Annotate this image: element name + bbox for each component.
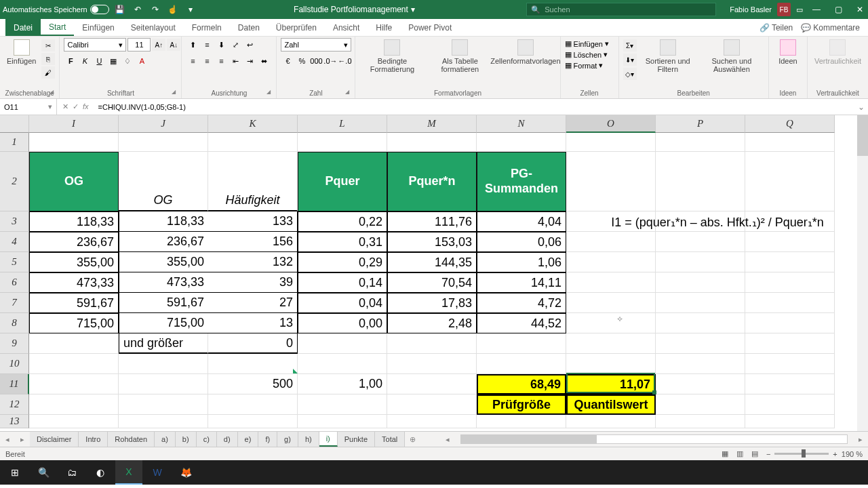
cell-O7[interactable] — [566, 293, 656, 313]
cell-K13[interactable] — [208, 415, 298, 428]
format-cells-button[interactable]: ▦ Format ▾ — [565, 61, 609, 70]
cell-J10[interactable] — [119, 354, 208, 374]
cell-N3[interactable]: 4,04 — [477, 211, 566, 232]
app-icon[interactable]: 🗂 — [58, 460, 85, 485]
cell-I3[interactable]: 118,33 — [29, 211, 119, 232]
dialog-launcher-icon[interactable]: ◢ — [50, 89, 58, 97]
cell-N9[interactable] — [477, 333, 566, 354]
cell-Q1[interactable] — [745, 133, 835, 152]
ribbon-mode-icon[interactable]: ▭ — [796, 5, 803, 14]
cell-J2[interactable]: OG — [119, 152, 208, 211]
cell-M10[interactable] — [387, 354, 477, 374]
cell-N5[interactable]: 1,06 — [477, 252, 566, 272]
cell-Q4[interactable] — [745, 232, 835, 252]
row-header-5[interactable]: 5 — [0, 252, 29, 272]
sheet-tab[interactable]: f) — [258, 432, 277, 447]
cell-I11[interactable] — [29, 374, 119, 394]
zoom-slider[interactable] — [774, 453, 829, 455]
insert-cells-button[interactable]: ▦ Einfügen ▾ — [565, 39, 609, 48]
align-mid-icon[interactable]: ≡ — [200, 38, 214, 52]
user-badge[interactable]: FB — [777, 3, 791, 16]
cell-L10[interactable] — [298, 354, 387, 374]
tab-nav-prev[interactable]: ◂ — [0, 435, 15, 444]
cell-grid[interactable]: 12OGOGHäufigkeitPquerPquer*nPG-Summanden… — [0, 133, 868, 428]
sheet-tab[interactable]: Disclaimer — [30, 432, 79, 447]
sheet-tab[interactable]: Total — [375, 432, 405, 447]
row-header-12[interactable]: 12 — [0, 394, 29, 415]
cell-N12[interactable]: Prüfgröße — [477, 394, 566, 415]
cell-Q8[interactable] — [745, 313, 835, 333]
cell-O8[interactable] — [566, 313, 656, 333]
cell-K3[interactable]: 133 — [208, 211, 298, 232]
row-header-9[interactable]: 9 — [0, 333, 29, 354]
tab-powerpivot[interactable]: Power Pivot — [400, 19, 460, 36]
cell-J7[interactable]: 591,67 — [119, 293, 208, 313]
cell-K11[interactable]: 500 — [208, 374, 298, 394]
row-header-4[interactable]: 4 — [0, 232, 29, 252]
cell-O13[interactable] — [566, 415, 656, 428]
cell-P10[interactable] — [656, 354, 745, 374]
sheet-tab[interactable]: e) — [238, 432, 259, 447]
cell-Q11[interactable] — [745, 374, 835, 394]
col-header-K[interactable]: K — [208, 115, 298, 133]
cell-I6[interactable]: 473,33 — [29, 272, 119, 293]
excel-taskbar-icon[interactable]: X — [115, 460, 142, 485]
bold-button[interactable]: F — [64, 54, 77, 68]
copy-icon[interactable]: ⎘ — [41, 53, 55, 65]
expand-formula-icon[interactable]: ⌄ — [854, 102, 868, 112]
col-header-N[interactable]: N — [477, 115, 566, 133]
sheet-tab[interactable]: d) — [217, 432, 238, 447]
indent-inc-icon[interactable]: ⇥ — [243, 54, 256, 68]
cell-L1[interactable] — [298, 133, 387, 152]
cell-N4[interactable]: 0,06 — [477, 232, 566, 252]
cell-P1[interactable] — [656, 133, 745, 152]
cancel-icon[interactable]: ✕ — [62, 102, 68, 111]
sheet-tab[interactable]: b) — [176, 432, 197, 447]
cell-P6[interactable] — [656, 272, 745, 293]
horizontal-scrollbar[interactable] — [460, 434, 848, 444]
confirm-icon[interactable]: ✓ — [73, 102, 79, 111]
cell-Q7[interactable] — [745, 293, 835, 313]
cell-M9[interactable] — [387, 333, 477, 354]
font-name-select[interactable]: Calibri▾ — [64, 38, 126, 52]
page-break-icon[interactable]: ▤ — [751, 449, 758, 458]
cell-O6[interactable] — [566, 272, 656, 293]
as-table-button[interactable]: Als Tabelle formatieren — [427, 38, 492, 75]
zoom-value[interactable]: 190 % — [842, 450, 863, 458]
share-button[interactable]: 🔗 Teilen — [760, 23, 793, 33]
cell-N1[interactable] — [477, 133, 566, 152]
cell-L3[interactable]: 0,22 — [298, 211, 387, 232]
cell-L8[interactable]: 0,00 — [298, 313, 387, 333]
cell-P8[interactable] — [656, 313, 745, 333]
border-button[interactable]: ▦ — [106, 54, 120, 68]
cell-K8[interactable]: 13 — [208, 313, 298, 333]
cell-O9[interactable] — [566, 333, 656, 354]
app-icon[interactable]: ◐ — [87, 460, 114, 485]
percent-icon[interactable]: % — [295, 54, 309, 68]
firefox-taskbar-icon[interactable]: 🦊 — [172, 460, 199, 485]
dialog-launcher-icon[interactable]: ◢ — [345, 89, 353, 97]
sheet-tab[interactable]: c) — [197, 432, 217, 447]
cell-J13[interactable] — [119, 415, 208, 428]
cell-M13[interactable] — [387, 415, 477, 428]
autosum-icon[interactable]: Σ▾ — [623, 39, 637, 52]
save-icon[interactable]: 💾 — [115, 4, 125, 15]
merge-icon[interactable]: ⬌ — [257, 54, 271, 68]
doc-name[interactable]: Fallstudie Portfoliomanagement — [294, 5, 408, 14]
row-header-2[interactable]: 2 — [0, 152, 29, 211]
cell-M6[interactable]: 70,54 — [387, 272, 477, 293]
cell-K1[interactable] — [208, 133, 298, 152]
align-right-icon[interactable]: ≡ — [214, 54, 228, 68]
start-button[interactable]: ⊞ — [1, 460, 28, 485]
cell-I9[interactable] — [29, 333, 119, 354]
cell-O2[interactable] — [566, 152, 656, 211]
sheet-tab[interactable]: i) — [319, 432, 338, 447]
cell-K12[interactable] — [208, 394, 298, 415]
cell-J4[interactable]: 236,67 — [119, 232, 208, 252]
comma-icon[interactable]: 000 — [309, 54, 323, 68]
cell-Q13[interactable] — [745, 415, 835, 428]
cell-L7[interactable]: 0,04 — [298, 293, 387, 313]
cell-J11[interactable] — [119, 374, 208, 394]
row-header-13[interactable]: 13 — [0, 415, 29, 428]
tab-data[interactable]: Daten — [230, 19, 268, 36]
